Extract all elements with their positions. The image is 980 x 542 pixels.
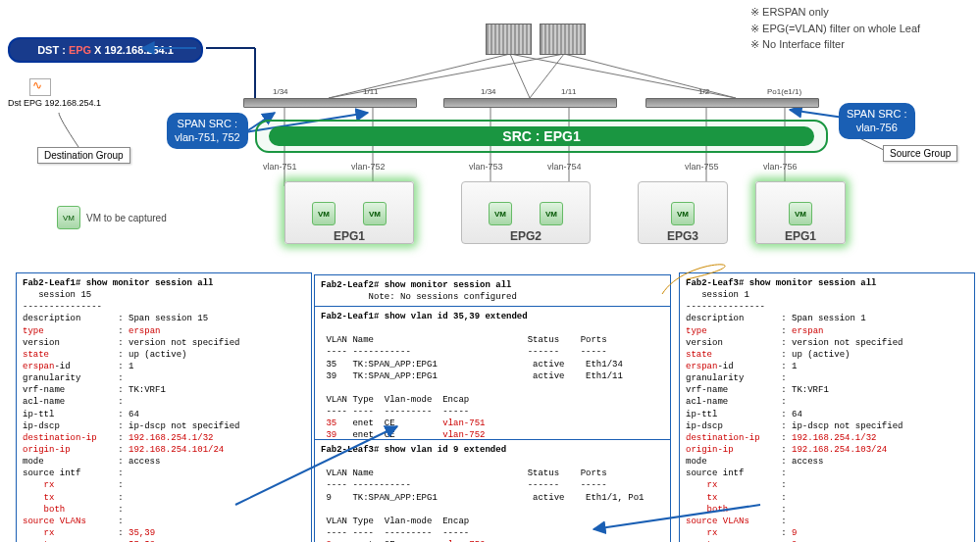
epg3-label: EPG3 <box>667 229 698 243</box>
epg3: VM EPG3 <box>638 181 728 244</box>
src-epg-bar: SRC : EPG1 <box>255 120 828 153</box>
epg1-left: VMVM EPG1 <box>284 181 414 244</box>
leaf3-if1: 1/2 <box>698 87 709 96</box>
dst-suffix: X 192.168.254.1 <box>94 44 174 56</box>
note-2: ※ EPG(=VLAN) filter on whole Leaf <box>750 21 976 37</box>
leaf1-if2: 1/11 <box>363 87 379 96</box>
analyzer-icon: ∿ <box>29 78 51 96</box>
span-src-left-bubble: SPAN SRC : vlan-751, 752 <box>167 113 248 149</box>
vlan-751: vlan-751 <box>263 162 297 172</box>
svg-line-5 <box>564 54 736 98</box>
span-src-right-bubble: SPAN SRC : vlan-756 <box>839 103 915 139</box>
epg2-label: EPG2 <box>510 229 542 243</box>
epg1-right: VM EPG1 <box>755 181 846 244</box>
dst-epg: EPG <box>69 44 91 56</box>
svg-line-1 <box>510 54 530 98</box>
terminal-leaf3-vlan: Fab2-Leaf3# show vlan id 9 extended VLAN… <box>314 439 671 542</box>
vlan-756: vlan-756 <box>763 162 798 172</box>
spine-1 <box>486 24 532 55</box>
dst-prefix: DST : <box>37 44 66 56</box>
dst-group-pill: DST : EPG X 192.168.254.1 <box>8 37 203 63</box>
dst-epg-ip: Dst EPG 192.168.254.1 <box>8 98 101 108</box>
svg-line-4 <box>530 54 564 98</box>
source-group-label: Source Group <box>883 145 957 162</box>
vlan-753: vlan-753 <box>469 162 503 172</box>
vlan-752: vlan-752 <box>351 162 386 172</box>
vm-caption: VM VM to be captured <box>57 206 167 229</box>
spine-2 <box>540 24 586 55</box>
leaf3-if2: Po1(e1/1) <box>767 87 801 96</box>
epg1-left-label: EPG1 <box>334 229 365 243</box>
terminal-leaf1-session: Fab2-Leaf1# show monitor session all ses… <box>16 272 312 542</box>
terminal-leaf1-vlan: Fab2-Leaf1# show vlan id 35,39 extended … <box>314 306 671 443</box>
note-1: ※ ERSPAN only <box>750 4 976 21</box>
epg2: VMVM EPG2 <box>461 181 591 244</box>
leaf2-if1: 1/34 <box>481 87 496 96</box>
note-3: ※ No Interface filter <box>750 36 976 53</box>
leaf2-if2: 1/11 <box>561 87 577 96</box>
vlan-755: vlan-755 <box>685 162 719 172</box>
leaf1-if1: 1/34 <box>273 87 288 96</box>
leaf2-switch <box>443 98 617 108</box>
terminal-leaf3-session: Fab2-Leaf3# show monitor session all ses… <box>679 272 975 542</box>
leaf1-switch <box>243 98 417 108</box>
vm-caption-text: VM to be captured <box>86 213 167 223</box>
leaf3-switch <box>645 98 819 108</box>
epg1-right-label: EPG1 <box>785 229 816 243</box>
vlan-754: vlan-754 <box>547 162 582 172</box>
destination-group-label: Destination Group <box>37 147 130 164</box>
notes-panel: ※ ERSPAN only ※ EPG(=VLAN) filter on who… <box>750 4 976 53</box>
src-epg-label: SRC : EPG1 <box>502 128 580 144</box>
